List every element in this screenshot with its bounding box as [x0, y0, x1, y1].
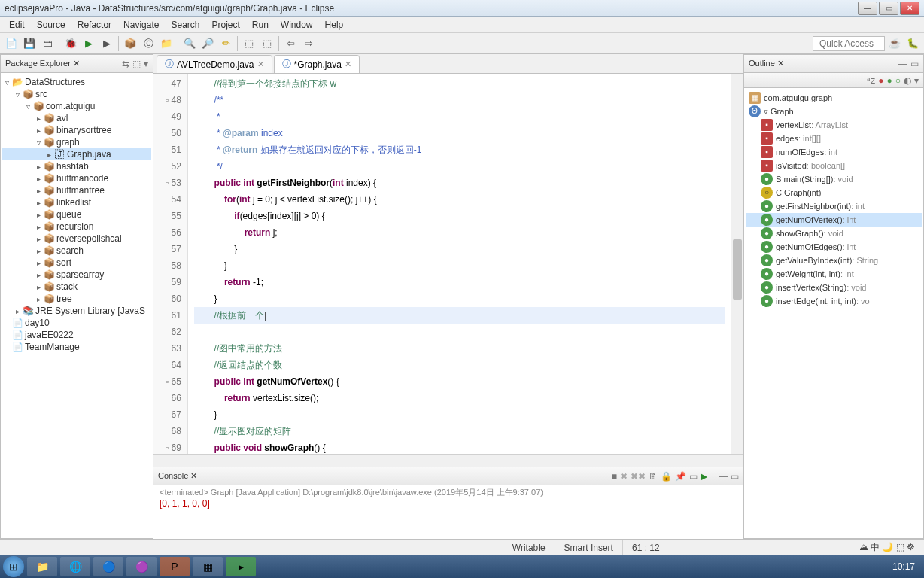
tree-item[interactable]: 📄javaEE0222 — [2, 329, 151, 341]
outline-tree[interactable]: ▦com.atguigu.graphΘ▿ Graph▪vertexList : … — [744, 88, 923, 538]
code-editor[interactable]: 47▫ 4849505152▫ 535455565758596061626364… — [153, 74, 743, 454]
tab-close-icon[interactable]: ✕ — [257, 59, 264, 69]
tree-item[interactable]: ▸📦sort — [2, 257, 151, 269]
tree-item[interactable]: ▸📦huffmantree — [2, 184, 151, 196]
horizontal-scrollbar[interactable] — [153, 454, 743, 467]
outline-item[interactable]: ●getValueByIndex(int) : String — [746, 254, 922, 267]
tree-item[interactable]: ▸📦queue — [2, 208, 151, 221]
console-new-icon[interactable]: + — [710, 471, 716, 482]
outline-item[interactable]: ●getFirstNeighbor(int) : int — [746, 199, 922, 213]
debug-icon[interactable]: 🐞 — [62, 35, 79, 52]
taskbar-chrome-icon[interactable]: 🔵 — [93, 557, 123, 576]
console-display-icon[interactable]: ▭ — [689, 471, 698, 482]
outline-item[interactable]: ●getNumOfEdges() : int — [746, 240, 922, 254]
outline-menu-icon[interactable]: ▾ — [914, 75, 919, 86]
annotation-prev-icon[interactable]: ⬚ — [241, 35, 257, 52]
tree-item[interactable]: ▸📦binarysorttree — [2, 124, 151, 136]
outline-item[interactable]: Θ▿ Graph — [746, 105, 922, 118]
tree-item[interactable]: ▸📦hashtab — [2, 160, 151, 172]
menu-refactor[interactable]: Refactor — [71, 18, 117, 32]
toggle-mark-icon[interactable]: ✏ — [217, 35, 234, 52]
console-scroll-lock-icon[interactable]: 🔒 — [661, 471, 672, 482]
new-folder-icon[interactable]: 📁 — [158, 35, 175, 52]
outline-item[interactable]: ●insertVertex(String) : void — [746, 281, 922, 294]
new-package-icon[interactable]: 📦 — [122, 35, 138, 52]
tree-item[interactable]: ▿📦com.atguigu — [2, 100, 151, 112]
console-max-icon[interactable]: ▭ — [731, 471, 739, 482]
outline-item[interactable]: ●getNumOfVertex() : int — [746, 213, 922, 227]
menu-help[interactable]: Help — [319, 18, 350, 32]
search-icon[interactable]: 🔎 — [199, 35, 216, 52]
quick-access-input[interactable] — [813, 36, 885, 51]
outline-item[interactable]: ●insertEdge(int, int, int) : vo — [746, 294, 922, 308]
outline-sort-icon[interactable]: ᵃz — [867, 75, 875, 86]
outline-filter-public-icon[interactable]: ○ — [895, 75, 901, 86]
taskbar-app-icon[interactable]: ▦ — [193, 557, 223, 576]
save-icon[interactable]: 💾 — [21, 35, 38, 52]
tab-close-icon[interactable]: ✕ — [345, 59, 351, 69]
tree-item[interactable]: ▸📦avl — [2, 112, 151, 124]
package-tree[interactable]: ▿📂DataStructures▿📦src▿📦com.atguigu▸📦avl▸… — [1, 73, 153, 538]
taskbar-explorer-icon[interactable]: 📁 — [27, 557, 57, 576]
outline-min-icon[interactable]: — — [898, 59, 907, 69]
link-editor-icon[interactable]: ⬚ — [132, 59, 141, 69]
open-type-icon[interactable]: 🔍 — [181, 35, 198, 52]
collapse-all-icon[interactable]: ⇆ — [122, 59, 129, 69]
tree-item[interactable]: ▸📦tree — [2, 293, 151, 305]
tree-item[interactable]: ▸📦recursion — [2, 221, 151, 233]
new-class-icon[interactable]: Ⓒ — [140, 35, 157, 52]
console-min-icon[interactable]: — — [719, 471, 728, 482]
coverage-icon[interactable]: ▶ — [99, 35, 115, 52]
console-clear-icon[interactable]: 🗎 — [649, 471, 658, 482]
console-terminate-icon[interactable]: ■ — [612, 471, 617, 482]
nav-back-icon[interactable]: ⇦ — [282, 35, 299, 52]
outline-item[interactable]: ▪edges : int[][] — [746, 132, 922, 145]
taskbar-eclipse-icon[interactable]: 🟣 — [126, 557, 157, 576]
outline-item[interactable]: ▪numOfEdges : int — [746, 145, 922, 159]
console-remove-icon[interactable]: ✖ — [620, 471, 628, 482]
new-icon[interactable]: 📄 — [3, 35, 20, 52]
outline-filter-field-icon[interactable]: ● — [878, 75, 883, 86]
outline-item[interactable]: ▪vertexList : ArrayList — [746, 118, 922, 132]
console-pin-icon[interactable]: 📌 — [675, 471, 686, 482]
save-all-icon[interactable]: 🗃 — [39, 35, 56, 52]
console-remove-all-icon[interactable]: ✖✖ — [631, 471, 646, 482]
taskbar-green-icon[interactable]: ▸ — [226, 557, 256, 576]
tree-item[interactable]: ▸📚JRE System Library [JavaS — [2, 305, 151, 317]
console-open-icon[interactable]: ▶ — [701, 471, 707, 482]
editor-tab[interactable]: ⒿAVLTreeDemo.java✕ — [157, 55, 272, 73]
run-icon[interactable]: ▶ — [81, 35, 97, 52]
tree-item[interactable]: ▸📦linkedlist — [2, 196, 151, 208]
menu-search[interactable]: Search — [165, 18, 205, 32]
tree-item[interactable]: ▿📦graph — [2, 136, 151, 148]
outline-item[interactable]: ○C Graph(int) — [746, 186, 922, 199]
tree-item[interactable]: 📄day10 — [2, 317, 151, 329]
outline-max-icon[interactable]: ▭ — [910, 59, 919, 69]
tree-item[interactable]: ▸📦reversepolishcal — [2, 233, 151, 245]
outline-item[interactable]: ●showGraph() : void — [746, 227, 922, 240]
tree-item[interactable]: ▿📂DataStructures — [2, 76, 151, 88]
outline-item[interactable]: ▦com.atguigu.graph — [746, 91, 922, 105]
taskbar-ppt-icon[interactable]: P — [160, 557, 190, 576]
vertical-scrollbar[interactable] — [731, 74, 743, 454]
code-area[interactable]: //得到第一个邻接结点的下标 w /** * * @param index * … — [188, 74, 731, 454]
tree-item[interactable]: ▸📦stack — [2, 281, 151, 293]
annotation-next-icon[interactable]: ⬚ — [259, 35, 275, 52]
nav-fwd-icon[interactable]: ⇨ — [300, 35, 317, 52]
menu-navigate[interactable]: Navigate — [117, 18, 165, 32]
tree-item[interactable]: ▸📦sparsearray — [2, 269, 151, 281]
outline-item[interactable]: ●getWeight(int, int) : int — [746, 267, 922, 281]
view-menu-icon[interactable]: ▾ — [144, 59, 148, 69]
editor-tab[interactable]: Ⓙ*Graph.java✕ — [274, 55, 360, 73]
menu-run[interactable]: Run — [246, 18, 275, 32]
outline-filter-local-icon[interactable]: ◐ — [904, 75, 911, 86]
start-button[interactable]: ⊞ — [3, 556, 24, 577]
perspective-debug-icon[interactable]: 🐛 — [904, 35, 921, 52]
menu-window[interactable]: Window — [275, 18, 319, 32]
outline-filter-static-icon[interactable]: ● — [887, 75, 892, 86]
minimize-button[interactable]: — — [858, 2, 877, 15]
maximize-button[interactable]: ▭ — [879, 2, 898, 15]
outline-item[interactable]: ●S main(String[]) : void — [746, 172, 922, 186]
menu-project[interactable]: Project — [205, 18, 245, 32]
tree-item[interactable]: ▿📦src — [2, 88, 151, 100]
